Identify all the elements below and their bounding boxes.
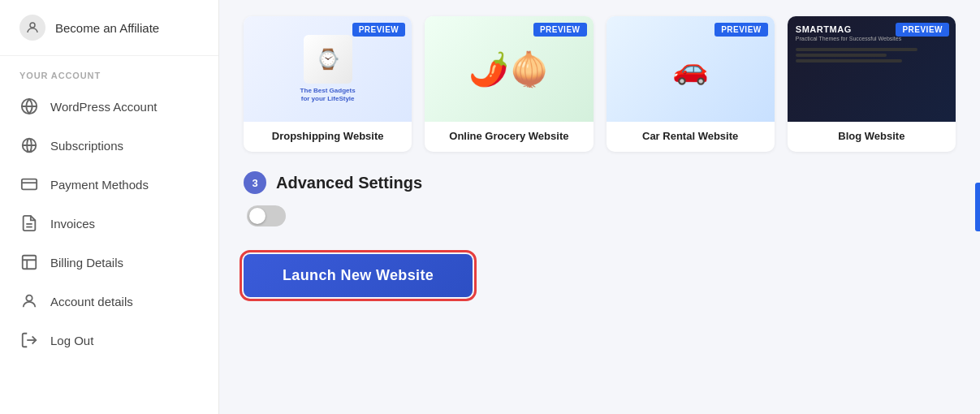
launch-button-wrapper: Launch New Website — [244, 246, 956, 297]
sidebar-item-invoices[interactable]: Invoices — [0, 204, 218, 243]
sidebar-item-log-out[interactable]: Log Out — [0, 321, 218, 360]
grocery-product-img: 🌶️🧅 — [468, 50, 550, 88]
wordpress-icon — [19, 97, 39, 116]
dropshipping-tagline: The Best Gadgetsfor your LifeStyle — [300, 87, 356, 104]
blog-title: SMARTMAG — [796, 24, 852, 34]
payment-icon — [19, 175, 39, 194]
sidebar-item-wordpress-account[interactable]: WordPress Account — [0, 87, 218, 126]
blog-label: Blog Website — [788, 122, 956, 152]
toggle-container — [244, 205, 956, 226]
blog-subtitle: Practical Themes for Successful Websites — [796, 36, 901, 41]
preview-badge-blog: PREVIEW — [896, 23, 949, 37]
preview-badge-dropshipping: PREVIEW — [352, 23, 406, 37]
wordpress-account-label: WordPress Account — [50, 100, 157, 114]
sidebar-item-billing-details[interactable]: Billing Details — [0, 243, 218, 282]
subscriptions-label: Subscriptions — [50, 139, 123, 153]
card-dropshipping[interactable]: PREVIEW ⌚ The Best Gadgetsfor your LifeS… — [244, 16, 412, 152]
your-account-section-label: YOUR ACCOUNT — [0, 56, 218, 87]
section-header: 3 Advanced Settings — [244, 171, 956, 194]
blog-line-3 — [796, 59, 902, 63]
car-rental-label: Car Rental Website — [607, 122, 775, 152]
advanced-settings-title: Advanced Settings — [276, 174, 422, 192]
advanced-settings-toggle[interactable] — [247, 205, 286, 226]
svg-point-6 — [26, 295, 32, 301]
sidebar: Become an Affiliate YOUR ACCOUNT WordPre… — [0, 0, 219, 414]
grocery-label: Online Grocery Website — [425, 122, 593, 152]
subscriptions-icon — [19, 136, 39, 155]
logout-icon — [19, 330, 39, 350]
card-preview-car: PREVIEW 🚗 — [607, 16, 775, 122]
svg-rect-2 — [22, 179, 37, 190]
right-edge-indicator — [975, 183, 980, 231]
sidebar-item-affiliate[interactable]: Become an Affiliate — [0, 0, 218, 56]
blog-line-1 — [796, 48, 917, 51]
billing-icon — [19, 252, 39, 272]
sidebar-item-account-details[interactable]: Account details — [0, 282, 218, 321]
dropshipping-label: Dropshipping Website — [244, 122, 412, 152]
main-content: PREVIEW ⌚ The Best Gadgetsfor your LifeS… — [219, 0, 980, 414]
blog-lines — [796, 48, 948, 63]
step-badge: 3 — [244, 171, 266, 194]
card-blog[interactable]: PREVIEW SMARTMAG Practical Themes for Su… — [788, 16, 956, 152]
invoices-icon — [19, 213, 39, 233]
person-icon — [19, 15, 45, 41]
invoices-label: Invoices — [50, 217, 95, 231]
preview-badge-car: PREVIEW — [714, 23, 768, 37]
svg-rect-5 — [23, 256, 37, 270]
card-grocery[interactable]: PREVIEW 🌶️🧅 Online Grocery Website — [425, 16, 593, 152]
preview-badge-grocery: PREVIEW — [533, 23, 587, 37]
account-details-label: Account details — [50, 295, 133, 308]
card-preview-dropshipping: PREVIEW ⌚ The Best Gadgetsfor your LifeS… — [244, 16, 412, 122]
website-cards-row: PREVIEW ⌚ The Best Gadgetsfor your LifeS… — [244, 16, 956, 152]
sidebar-item-subscriptions[interactable]: Subscriptions — [0, 126, 218, 165]
affiliate-label: Become an Affiliate — [55, 21, 159, 35]
card-car-rental[interactable]: PREVIEW 🚗 Car Rental Website — [607, 16, 775, 152]
sidebar-item-payment-methods[interactable]: Payment Methods — [0, 165, 218, 204]
payment-methods-label: Payment Methods — [50, 178, 149, 192]
svg-point-0 — [30, 23, 35, 28]
launch-website-button[interactable]: Launch New Website — [244, 254, 473, 297]
blog-line-2 — [796, 54, 887, 57]
car-product-img: 🚗 — [672, 52, 709, 86]
toggle-track — [247, 205, 286, 226]
log-out-label: Log Out — [50, 334, 93, 347]
toggle-thumb — [249, 208, 266, 224]
dropshipping-product-img: ⌚ — [304, 35, 352, 84]
advanced-settings-section: 3 Advanced Settings — [244, 171, 956, 226]
card-preview-grocery: PREVIEW 🌶️🧅 — [425, 16, 593, 122]
card-preview-blog: PREVIEW SMARTMAG Practical Themes for Su… — [788, 16, 956, 122]
billing-details-label: Billing Details — [50, 256, 123, 270]
account-icon — [19, 291, 39, 311]
